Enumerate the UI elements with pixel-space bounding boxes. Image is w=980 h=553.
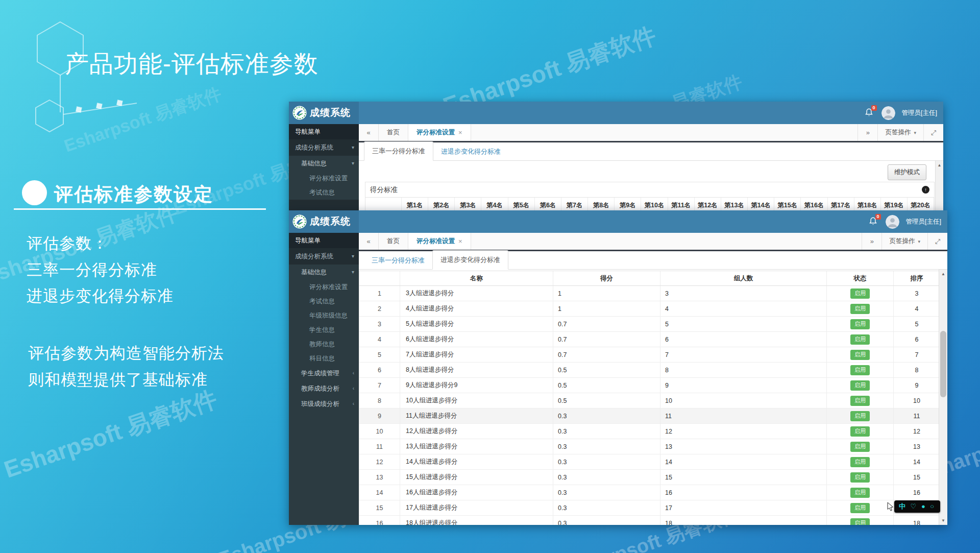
sidebar-item[interactable]: 成绩分析系统 ▾ (289, 248, 359, 265)
cell-score: 0.3 (553, 424, 660, 439)
avatar[interactable] (881, 106, 895, 120)
table-row[interactable]: 2 4人组进退步得分 1 4 启用 4 (359, 301, 939, 317)
body-text-line: 评估参数为构造智能分析法 (28, 343, 224, 364)
cell-group-size: 6 (660, 332, 827, 347)
table-row[interactable]: 10 12人组进退步得分 0.3 12 启用 12 (359, 424, 939, 439)
subtab-three-rate-standard[interactable]: 三率一分得分标准 (364, 141, 433, 161)
cell-order: 16 (894, 485, 940, 500)
sidebar-item[interactable]: 班级成绩分析 ‹ (289, 396, 359, 412)
table-row[interactable]: 15 17人组进退步得分 0.3 17 启用 17 (359, 500, 939, 516)
scrollbar-thumb[interactable] (940, 331, 946, 397)
subtab-three-rate-standard[interactable]: 三率一分得分标准 (364, 251, 432, 270)
tab-score-standard-settings[interactable]: 评分标准设置 × (408, 124, 471, 141)
table-header-row: 名称 得分 组人数 状态 排序 (359, 271, 939, 286)
close-tab-icon[interactable]: × (458, 129, 462, 136)
panel-title-row: 得分标准 ↑ (365, 182, 934, 198)
cell-group-size: 13 (660, 439, 827, 454)
fullscreen-icon[interactable]: ⤢ (923, 124, 943, 141)
cell-name: 3人组进退步得分 (400, 286, 553, 301)
cell-order: 15 (894, 470, 940, 485)
tab-operations-dropdown[interactable]: 页签操作 ▾ (881, 233, 927, 250)
cell-status: 启用 (827, 500, 894, 515)
notification-count-badge: 0 (871, 105, 877, 111)
sidebar-item[interactable]: 科目信息 (289, 351, 359, 366)
scroll-down-icon[interactable]: ▼ (939, 518, 947, 523)
notifications-button[interactable]: 0 (864, 107, 875, 119)
scroll-up-icon[interactable]: ▲ (939, 272, 947, 276)
table-row[interactable]: 8 10人组进退步得分 0.5 10 启用 10 (359, 393, 939, 408)
table-row[interactable]: 16 18人组进退步得分 0.3 18 启用 18 (359, 516, 939, 525)
tabs-scroll-right-icon[interactable]: » (857, 124, 877, 141)
scroll-up-icon[interactable]: ▲ (936, 163, 943, 167)
tabs-scroll-right-icon[interactable]: » (862, 233, 881, 250)
cell-status: 启用 (827, 408, 894, 423)
sidebar-item[interactable]: 评分标准设置 (289, 280, 359, 294)
status-badge: 启用 (850, 442, 870, 452)
table-row[interactable]: 14 16人组进退步得分 0.3 16 启用 16 (359, 485, 939, 500)
rank-header-cell: 第8名 (588, 198, 615, 211)
cell-status: 启用 (827, 317, 894, 331)
table-row[interactable]: 6 8人组进退步得分 0.5 8 启用 8 (359, 363, 939, 378)
subtab-bar: 三率一分得分标准 进退步变化得分标准 (359, 251, 947, 270)
vertical-scrollbar[interactable]: ▲ ▼ (939, 270, 947, 525)
document-tab-bar: « 首页 评分标准设置 × » 页签操作 ▾ ⤢ (359, 233, 947, 251)
user-menu[interactable]: 管理员[主任] (906, 218, 941, 226)
status-badge: 启用 (850, 288, 870, 299)
sidebar-item[interactable]: 教师信息 (289, 337, 359, 351)
user-avatar-icon (881, 106, 895, 120)
fullscreen-icon[interactable]: ⤢ (927, 233, 947, 250)
notifications-button[interactable]: 0 (868, 215, 879, 228)
sidebar-item[interactable]: 考试信息 (289, 294, 359, 308)
sidebar-item[interactable]: 成绩分析系统 ▾ (289, 139, 359, 156)
user-menu[interactable]: 管理员[主任] (902, 109, 937, 117)
close-tab-icon[interactable]: × (458, 237, 462, 245)
rank-header-cell: 第3名 (455, 198, 481, 211)
table-row[interactable]: 11 13人组进退步得分 0.3 13 启用 13 (359, 439, 939, 454)
avatar[interactable] (886, 215, 899, 229)
cell-status: 启用 (827, 485, 894, 500)
table-row[interactable]: 1 3人组进退步得分 1 3 启用 3 (359, 286, 939, 301)
sidebar-item[interactable]: 年级班级信息 (289, 308, 359, 323)
ime-indicator[interactable]: 中 ♡ ● ○ (887, 500, 940, 513)
tab-home[interactable]: 首页 (379, 124, 408, 141)
vertical-scrollbar[interactable]: ▲ (935, 161, 943, 211)
status-badge: 启用 (850, 488, 870, 498)
sidebar-item[interactable]: 学生信息 (289, 323, 359, 337)
tab-operations-dropdown[interactable]: 页签操作 ▾ (877, 124, 923, 141)
cell-group-size: 10 (660, 393, 827, 408)
table-row[interactable]: 13 15人组进退步得分 0.3 15 启用 15 (359, 470, 939, 485)
app-logo[interactable]: 成绩系统 (289, 102, 359, 124)
maintain-mode-button[interactable]: 维护模式 (888, 164, 926, 180)
cell-group-size: 11 (660, 408, 827, 423)
subtab-bar: 三率一分得分标准 进退步变化得分标准 (359, 142, 943, 161)
table-row[interactable]: 4 6人组进退步得分 0.7 6 启用 6 (359, 332, 939, 347)
sidebar-item-label: 科目信息 (309, 355, 335, 362)
table-row[interactable]: 9 11人组进退步得分 0.3 11 启用 11 (359, 408, 939, 424)
cell-score: 0.3 (553, 500, 660, 515)
table-row[interactable]: 12 14人组进退步得分 0.3 14 启用 14 (359, 454, 939, 470)
table-row[interactable]: 7 9人组进退步得分9 0.5 9 启用 9 (359, 378, 939, 393)
chevron-icon: ▾ (352, 248, 354, 265)
standards-table: 名称 得分 组人数 状态 排序 1 3人组进退步得分 1 3 (359, 270, 947, 525)
tabs-scroll-left-icon[interactable]: « (359, 233, 379, 250)
sidebar-item[interactable]: 基础信息 ▾ (289, 265, 359, 280)
sidebar-item[interactable]: 学生成绩管理 ‹ (289, 366, 359, 381)
rank-header-cell: 第16名 (801, 198, 827, 211)
sidebar-item[interactable]: 评分标准设置 (289, 171, 359, 185)
sidebar-item-label: 成绩分析系统 (295, 253, 333, 260)
sidebar-item[interactable]: 基础信息 ▾ (289, 156, 359, 171)
table-row[interactable]: 3 5人组进退步得分 0.7 5 启用 5 (359, 317, 939, 332)
subtab-progress-change-standard[interactable]: 进退步变化得分标准 (433, 142, 508, 161)
sidebar-item[interactable]: 考试信息 (289, 185, 359, 200)
sidebar-item[interactable]: 教师成绩分析 ‹ (289, 381, 359, 396)
tab-home[interactable]: 首页 (379, 233, 408, 250)
cell-order: 13 (894, 439, 940, 454)
table-row[interactable]: 5 7人组进退步得分 0.7 7 启用 7 (359, 347, 939, 363)
rank-header-cell: 第6名 (535, 198, 561, 211)
tab-score-standard-settings[interactable]: 评分标准设置 × (408, 233, 471, 250)
tabs-scroll-left-icon[interactable]: « (359, 124, 379, 141)
subtab-progress-change-standard[interactable]: 进退步变化得分标准 (432, 250, 508, 270)
app-logo[interactable]: 成绩系统 (289, 210, 359, 233)
collapse-up-icon[interactable]: ↑ (922, 186, 929, 194)
content-area: 维护模式 得分标准 ↑ 第1名第2名第3名第4名第5名第6名第7名第8名第9名第… (359, 161, 943, 211)
